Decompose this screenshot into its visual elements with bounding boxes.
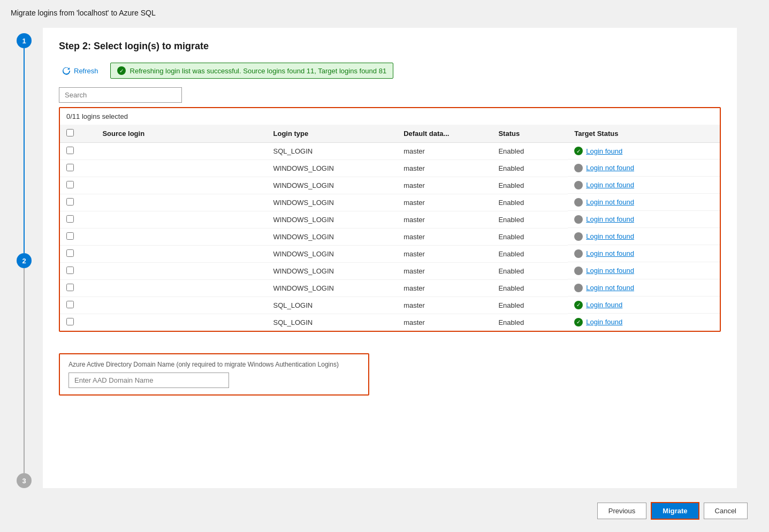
step-2: 2 — [17, 253, 32, 268]
source-login-cell — [96, 280, 267, 297]
target-status-cell[interactable]: ✓Login found — [568, 297, 720, 314]
status-cell: Enabled — [492, 143, 568, 160]
login-type-cell: WINDOWS_LOGIN — [267, 194, 398, 211]
status-found-icon: ✓ — [574, 301, 583, 309]
row-checkbox[interactable] — [66, 198, 74, 206]
target-status-cell[interactable]: Login not found — [568, 194, 720, 211]
logins-tbody: SQL_LOGINmasterEnabled✓Login foundWINDOW… — [60, 143, 720, 331]
status-not-found-icon — [574, 198, 583, 207]
status-cell: Enabled — [492, 160, 568, 177]
row-checkbox[interactable] — [66, 215, 74, 223]
table-row: SQL_LOGINmasterEnabled✓Login found — [60, 297, 720, 314]
target-status-cell[interactable]: ✓Login found — [568, 314, 720, 330]
table-row: WINDOWS_LOGINmasterEnabledLogin not foun… — [60, 280, 720, 297]
source-login-cell — [96, 143, 267, 160]
row-checkbox-cell[interactable] — [60, 246, 96, 263]
target-status-cell[interactable]: Login not found — [568, 263, 720, 279]
previous-button[interactable]: Previous — [597, 503, 647, 519]
table-row: WINDOWS_LOGINmasterEnabledLogin not foun… — [60, 263, 720, 280]
status-found-icon: ✓ — [574, 147, 583, 155]
row-checkbox[interactable] — [66, 249, 74, 257]
status-cell: Enabled — [492, 194, 568, 211]
status-found-icon: ✓ — [574, 318, 583, 326]
row-checkbox-cell[interactable] — [60, 229, 96, 246]
row-checkbox-cell[interactable] — [60, 194, 96, 211]
target-status-link[interactable]: Login not found — [586, 232, 634, 240]
status-cell: Enabled — [492, 177, 568, 194]
select-all-header[interactable] — [60, 125, 96, 143]
row-checkbox-cell[interactable] — [60, 160, 96, 177]
source-login-cell — [96, 314, 267, 331]
aad-label: Azure Active Directory Domain Name (only… — [68, 361, 360, 368]
target-status-link[interactable]: Login found — [586, 147, 622, 155]
target-status-cell[interactable]: Login not found — [568, 280, 720, 297]
target-status-cell[interactable]: Login not found — [568, 229, 720, 245]
target-status-link[interactable]: Login not found — [586, 249, 634, 257]
source-login-cell — [96, 297, 267, 314]
target-status-link[interactable]: Login found — [586, 318, 622, 326]
target-status-cell[interactable]: Login not found — [568, 177, 720, 194]
col-login-type: Login type — [267, 125, 398, 143]
source-login-cell — [96, 263, 267, 280]
table-row: WINDOWS_LOGINmasterEnabledLogin not foun… — [60, 229, 720, 246]
col-source-login: Source login — [96, 125, 267, 143]
target-status-cell[interactable]: Login not found — [568, 160, 720, 177]
row-checkbox-cell[interactable] — [60, 263, 96, 280]
target-status-link[interactable]: Login not found — [586, 198, 634, 206]
row-checkbox-cell[interactable] — [60, 280, 96, 297]
status-not-found-icon — [574, 215, 583, 224]
search-input[interactable] — [59, 87, 182, 103]
status-cell: Enabled — [492, 229, 568, 246]
row-checkbox[interactable] — [66, 164, 74, 171]
target-status-cell[interactable]: Login not found — [568, 211, 720, 228]
success-text: Refreshing login list was successful. So… — [130, 67, 387, 75]
row-checkbox[interactable] — [66, 181, 74, 188]
login-type-cell: SQL_LOGIN — [267, 314, 398, 331]
table-row: WINDOWS_LOGINmasterEnabledLogin not foun… — [60, 177, 720, 194]
aad-domain-input[interactable] — [68, 373, 229, 388]
row-checkbox-cell[interactable] — [60, 314, 96, 331]
target-status-link[interactable]: Login not found — [586, 164, 634, 172]
stepper: 1 2 3 — [11, 28, 37, 488]
default-db-cell: master — [397, 160, 492, 177]
success-icon: ✓ — [117, 66, 126, 75]
login-type-cell: WINDOWS_LOGIN — [267, 211, 398, 229]
target-status-link[interactable]: Login found — [586, 301, 622, 309]
row-checkbox-cell[interactable] — [60, 297, 96, 314]
target-status-link[interactable]: Login not found — [586, 284, 634, 292]
default-db-cell: master — [397, 263, 492, 280]
logins-selected: 0/11 logins selected — [60, 108, 720, 125]
row-checkbox-cell[interactable] — [60, 143, 96, 160]
row-checkbox[interactable] — [66, 232, 74, 240]
row-checkbox-cell[interactable] — [60, 177, 96, 194]
source-login-cell — [96, 194, 267, 211]
target-status-cell[interactable]: ✓Login found — [568, 143, 720, 159]
cancel-button[interactable]: Cancel — [704, 503, 748, 519]
target-status-cell[interactable]: Login not found — [568, 246, 720, 262]
select-all-checkbox[interactable] — [66, 129, 74, 136]
col-default-db: Default data... — [397, 125, 492, 143]
table-row: SQL_LOGINmasterEnabled✓Login found — [60, 143, 720, 160]
source-login-cell — [96, 211, 267, 229]
row-checkbox[interactable] — [66, 318, 74, 325]
row-checkbox[interactable] — [66, 284, 74, 291]
source-login-cell — [96, 177, 267, 194]
row-checkbox[interactable] — [66, 147, 74, 154]
status-not-found-icon — [574, 267, 583, 275]
target-status-link[interactable]: Login not found — [586, 181, 634, 189]
status-not-found-icon — [574, 284, 583, 292]
step-1: 1 — [17, 33, 32, 48]
page-title: Migrate logins from 'localhost' to Azure… — [0, 0, 769, 22]
migrate-button[interactable]: Migrate — [651, 502, 699, 520]
refresh-button[interactable]: Refresh — [59, 64, 102, 77]
table-row: WINDOWS_LOGINmasterEnabledLogin not foun… — [60, 246, 720, 263]
target-status-link[interactable]: Login not found — [586, 215, 634, 223]
default-db-cell: master — [397, 297, 492, 314]
row-checkbox[interactable] — [66, 301, 74, 308]
row-checkbox[interactable] — [66, 267, 74, 274]
target-status-link[interactable]: Login not found — [586, 267, 634, 275]
login-type-cell: WINDOWS_LOGIN — [267, 160, 398, 177]
login-type-cell: WINDOWS_LOGIN — [267, 246, 398, 263]
refresh-bar: Refresh ✓ Refreshing login list was succ… — [59, 63, 721, 79]
row-checkbox-cell[interactable] — [60, 211, 96, 229]
